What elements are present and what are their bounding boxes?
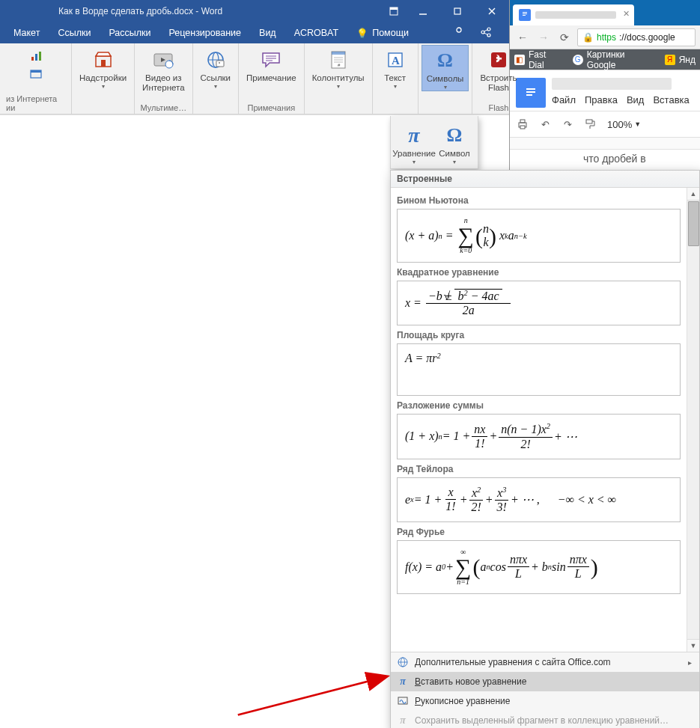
comment-button[interactable]: Примечание: [242, 45, 301, 83]
symbols-dropdown-panel: π Уравнение Ω Символ: [390, 116, 478, 169]
symbols-button[interactable]: Ω Символы: [421, 45, 469, 91]
docs-menu-edit[interactable]: Правка: [585, 94, 618, 105]
ribbon-group-text: A Текст: [373, 43, 419, 114]
tab-references[interactable]: Ссылки: [49, 22, 100, 43]
bookmark-yandex[interactable]: Я Янд: [665, 55, 696, 65]
ribbon-display-options-button[interactable]: [382, 0, 406, 22]
eq-item-expand[interactable]: (1 + x)n = 1 + nx1! + n(n − 1)x22! + ⋯: [397, 414, 681, 459]
maximize-button[interactable]: [440, 0, 475, 22]
svg-rect-13: [35, 54, 37, 61]
google-icon: G: [573, 55, 583, 65]
docs-menu-insert[interactable]: Вставка: [653, 94, 689, 105]
browser-address-bar: ← → ⟳ 🔒 https://docs.google: [510, 25, 700, 49]
submenu-arrow-icon: ▸: [688, 658, 692, 667]
equation-gallery-scrollbar[interactable]: ▲ ▼: [687, 188, 699, 652]
yandex-icon: Я: [665, 55, 675, 65]
svg-rect-51: [526, 91, 535, 93]
online-video-button[interactable]: Видео из Интернета: [138, 45, 189, 93]
chart-button[interactable]: [28, 48, 44, 64]
eq-item-taylor[interactable]: ex = 1 + x1! + x22! + x33! + ⋯ , −∞ < x …: [397, 477, 681, 522]
video-icon: [151, 48, 175, 72]
tab-close-icon[interactable]: ✕: [623, 9, 630, 19]
equation-gallery-header: Встроенные: [391, 171, 699, 188]
docs-page-content[interactable]: что дробей в: [510, 150, 700, 168]
scroll-up-button[interactable]: ▲: [687, 188, 699, 201]
docs-menu-file[interactable]: Файл: [552, 94, 576, 105]
text-button[interactable]: A Текст: [376, 45, 415, 90]
docs-redo-button[interactable]: ↷: [558, 114, 577, 134]
eq-item-circle[interactable]: A = πr2: [397, 343, 681, 396]
flash-icon: [487, 48, 511, 72]
embed-flash-button[interactable]: Встроить Flash: [475, 45, 521, 93]
svg-text:A: A: [392, 55, 400, 67]
url-protocol: https: [597, 32, 616, 43]
addins-button[interactable]: Надстройки: [75, 45, 131, 90]
eq-item-fourier[interactable]: f(x) = a0 + ∞∑n=1 ( an cosnπxL + bn sinn…: [397, 540, 681, 594]
browser-url-field[interactable]: 🔒 https://docs.google: [577, 28, 696, 46]
menu-more-office-com[interactable]: Дополнительные уравнения с сайта Office.…: [391, 652, 699, 672]
equation-button[interactable]: π Уравнение: [394, 120, 434, 165]
eq-item-label-taylor: Ряд Тейлора: [397, 464, 681, 474]
equation-gallery-list: Бином Ньютона (x + a)n = n∑k=0 (nk) xkan…: [391, 188, 687, 652]
eq-item-quad[interactable]: x = −b ± b2 − 4ac √ 2a: [397, 281, 681, 325]
docs-print-button[interactable]: [513, 114, 532, 134]
browser-bookmarks-bar: ◧ Fast Dial G Картинки Google Я Янд: [510, 49, 700, 70]
svg-rect-46: [523, 12, 527, 13]
scroll-down-button[interactable]: ▼: [687, 639, 699, 652]
header-footer-icon: #: [326, 48, 350, 72]
bookmark-fast-dial-label: Fast Dial: [529, 49, 564, 70]
browser-tabstrip: ✕: [510, 0, 700, 25]
menu-insert-new-equation[interactable]: π Вставить новое уравнение: [391, 672, 699, 691]
svg-point-6: [457, 28, 461, 32]
menu-ink-equation[interactable]: Рукописное уравнение: [391, 691, 699, 711]
pi-icon: π: [397, 676, 409, 688]
embed-flash-label: Встроить Flash: [480, 73, 517, 93]
svg-line-10: [484, 29, 488, 31]
eq-item-binom[interactable]: (x + a)n = n∑k=0 (nk) xkan−k: [397, 209, 681, 263]
browser-forward-button[interactable]: →: [535, 29, 552, 46]
ribbon-tabs: Макет Ссылки Рассылки Рецензирование Вид…: [0, 22, 509, 43]
symbol-label: Символ: [439, 149, 469, 159]
docs-ruler[interactable]: [510, 138, 700, 150]
svg-rect-12: [31, 57, 34, 61]
ribbon-group-media: Видео из Интернета Мультиме…: [135, 43, 192, 114]
account-icon[interactable]: [449, 26, 469, 40]
group-label-internet: из Интернета: [6, 94, 57, 103]
docs-paint-format-button[interactable]: [580, 114, 600, 134]
bookmark-google-images[interactable]: G Картинки Google: [573, 49, 656, 70]
tab-mailings[interactable]: Рассылки: [100, 22, 159, 43]
header-footer-button[interactable]: # Колонтитулы: [308, 45, 369, 90]
tab-view[interactable]: Вид: [250, 22, 285, 43]
tell-me-search[interactable]: 💡 Помощи: [347, 22, 418, 43]
store-icon: [91, 48, 115, 72]
browser-reload-button[interactable]: ⟳: [556, 29, 573, 46]
eq-item-label-expand: Разложение суммы: [397, 400, 681, 411]
scrollbar-thumb[interactable]: [688, 201, 699, 246]
docs-title-placeholder[interactable]: [552, 78, 672, 90]
screenshot-button[interactable]: [28, 66, 44, 82]
minimize-button[interactable]: [406, 0, 440, 22]
docs-undo-button[interactable]: ↶: [535, 114, 555, 134]
svg-rect-16: [31, 70, 41, 73]
equation-gallery-footer-menu: Дополнительные уравнения с сайта Office.…: [391, 652, 699, 728]
pi-save-icon: π: [397, 715, 409, 727]
svg-point-26: [219, 62, 220, 64]
ink-icon: [397, 695, 409, 707]
docs-zoom-dropdown[interactable]: 100% ▼: [607, 119, 641, 130]
equation-label: Уравнение: [392, 149, 436, 159]
group-label-flash: Flash: [475, 103, 521, 114]
docs-toolbar: ↶ ↷ 100% ▼: [510, 111, 700, 138]
browser-tab[interactable]: ✕: [513, 4, 634, 25]
tab-review[interactable]: Рецензирование: [160, 22, 251, 43]
ribbon-group-addins: Надстройки: [72, 43, 135, 114]
links-button[interactable]: Ссылки: [196, 45, 236, 90]
group-label-info: ии: [6, 103, 15, 112]
docs-menu-view[interactable]: Вид: [627, 94, 645, 105]
svg-rect-42: [398, 697, 407, 704]
tab-acrobat[interactable]: ACROBAT: [285, 22, 348, 43]
close-button[interactable]: [475, 0, 509, 22]
tab-layout[interactable]: Макет: [4, 22, 49, 43]
share-button[interactable]: [476, 26, 496, 40]
symbol-button[interactable]: Ω Символ: [434, 120, 475, 165]
svg-rect-52: [526, 94, 532, 96]
